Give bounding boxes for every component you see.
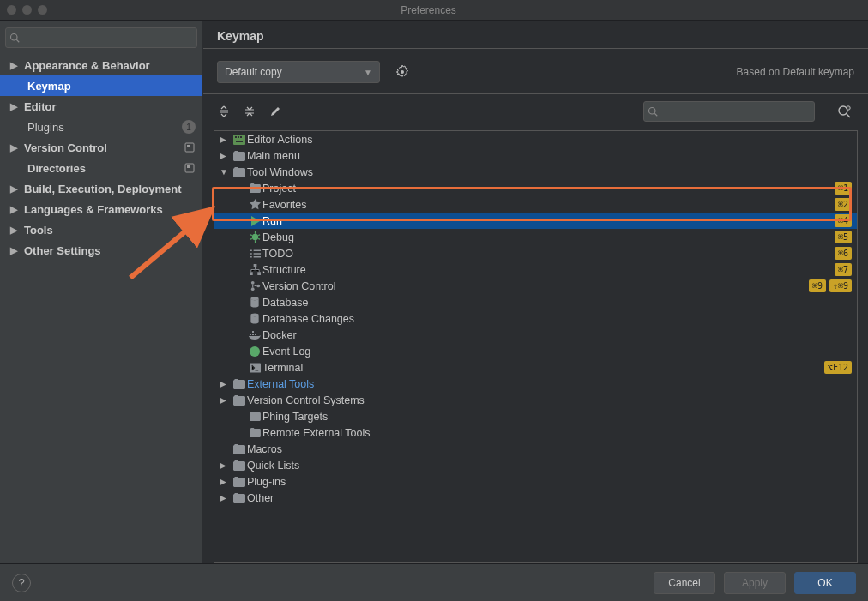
folder-icon [232,444,247,454]
help-button[interactable]: ? [12,574,31,592]
edit-shortcut-button[interactable] [268,105,282,118]
settings-sidebar: ▶Appearance & BehaviorKeymap▶EditorPlugi… [0,21,203,563]
event-icon [247,346,262,357]
svg-rect-18 [253,264,256,267]
tree-row-database[interactable]: Database [214,294,857,310]
svg-line-10 [847,114,850,117]
sidebar-item-label: Languages & Frameworks [24,203,163,216]
sidebar-item-version-control[interactable]: ▶Version Control [0,137,202,158]
svg-point-23 [256,285,260,288]
svg-point-17 [251,234,257,240]
sidebar-item-label: Appearance & Behavior [24,59,150,72]
chevron-right-icon: ▶ [220,395,232,405]
ok-button[interactable]: OK [794,572,856,594]
tree-row-todo[interactable]: TODO⌘6 [214,245,857,261]
tree-row-remote-external-tools[interactable]: Remote External Tools [214,424,857,441]
sidebar-search[interactable] [5,27,197,48]
tree-row-other[interactable]: ▶Other [214,490,857,506]
svg-rect-28 [255,334,256,335]
folder-mini-icon [247,412,262,421]
sidebar-item-directories[interactable]: Directories [0,158,202,178]
find-by-shortcut-button[interactable] [834,101,854,122]
sidebar-item-other-settings[interactable]: ▶Other Settings [0,240,202,261]
sidebar-item-label: Keymap [27,80,71,93]
svg-point-25 [250,313,258,316]
todo-icon [247,249,262,259]
tree-row-label: Other [247,492,852,504]
shortcut-badge: ⌘7 [835,263,852,276]
shortcut-badge: ⌘2 [835,198,852,211]
search-icon [648,106,658,117]
tree-row-phing-targets[interactable]: Phing Targets [214,408,857,424]
tree-row-main-menu[interactable]: ▶Main menu [214,147,857,164]
debug-icon [247,231,262,243]
dialog-footer: ? Cancel Apply OK [0,563,868,601]
scheme-actions-button[interactable] [390,61,414,83]
sidebar-item-build-execution-deployment[interactable]: ▶Build, Execution, Deployment [0,178,202,199]
keymap-toolbar: Default copy ▼ Based on Default keymap [203,49,868,94]
actions-tree[interactable]: ▶Editor Actions▶Main menu▼Tool WindowsPr… [214,130,858,563]
expand-all-button[interactable] [217,105,231,118]
tree-row-version-control-systems[interactable]: ▶Version Control Systems [214,392,857,408]
tree-row-label: TODO [262,248,831,260]
tree-row-label: Macros [247,443,852,455]
tree-row-project[interactable]: Project⌘1 [214,180,857,196]
zoom-window-icon[interactable] [38,5,47,15]
tree-search[interactable] [643,101,815,122]
folder-mini-icon [247,183,262,193]
svg-rect-19 [250,272,253,275]
tree-row-label: Main menu [247,150,852,162]
tree-row-macros[interactable]: Macros [214,441,857,457]
shortcut-badge: ⌘5 [835,231,852,243]
sidebar-item-languages-frameworks[interactable]: ▶Languages & Frameworks [0,199,202,219]
tree-row-terminal[interactable]: Terminal⌥F12 [214,359,857,376]
tree-row-label: Database Changes [262,313,852,325]
apply-button: Apply [724,572,786,594]
folder-mini-icon [247,428,262,437]
chevron-right-icon: ▶ [220,151,232,160]
titlebar: Preferences [0,0,868,21]
svg-rect-13 [235,136,237,138]
tree-search-input[interactable] [661,105,811,117]
close-window-icon[interactable] [7,5,16,15]
cancel-button[interactable]: Cancel [654,572,715,594]
tree-row-external-tools[interactable]: ▶External Tools [214,376,857,392]
tree-row-editor-actions[interactable]: ▶Editor Actions [214,131,857,147]
folder-icon [232,379,247,389]
svg-rect-14 [238,136,239,138]
tree-row-label: Project [262,183,831,195]
tree-row-docker[interactable]: Docker [214,327,857,343]
collapse-all-button[interactable] [243,105,256,118]
chevron-right-icon: ▶ [10,225,24,236]
tree-row-label: External Tools [247,378,852,390]
tree-row-run[interactable]: Run⌘4 [214,213,857,229]
tree-row-debug[interactable]: Debug⌘5 [214,229,857,245]
tree-row-tool-windows[interactable]: ▼Tool Windows [214,164,857,180]
project-scope-icon [184,141,196,153]
tree-row-version-control[interactable]: Version Control⌘9⇧⌘9 [214,278,857,294]
svg-point-6 [401,70,404,74]
tree-row-label: Database [262,297,852,309]
sidebar-search-input[interactable] [23,32,193,44]
tree-row-structure[interactable]: Structure⌘7 [214,261,857,278]
sidebar-item-editor[interactable]: ▶Editor [0,96,202,117]
sidebar-nav: ▶Appearance & BehaviorKeymap▶EditorPlugi… [0,55,202,261]
sidebar-item-tools[interactable]: ▶Tools [0,219,202,240]
tree-row-database-changes[interactable]: Database Changes [214,310,857,327]
svg-point-30 [250,346,260,357]
tree-row-favorites[interactable]: Favorites⌘2 [214,196,857,213]
project-scope-icon [184,162,196,174]
svg-point-22 [250,287,254,291]
sidebar-item-keymap[interactable]: Keymap [0,75,202,96]
tree-row-quick-lists[interactable]: ▶Quick Lists [214,457,857,473]
sidebar-item-appearance-behavior[interactable]: ▶Appearance & Behavior [0,55,202,75]
tree-row-plug-ins[interactable]: ▶Plug-ins [214,473,857,490]
find-shortcut-icon [837,105,851,118]
keymap-scheme-dropdown[interactable]: Default copy ▼ [217,61,380,83]
tree-row-label: Favorites [262,199,831,211]
tree-row-event-log[interactable]: Event Log [214,343,857,359]
minimize-window-icon[interactable] [22,5,32,15]
sidebar-item-label: Build, Execution, Deployment [24,183,181,195]
chevron-down-icon: ▼ [220,167,232,177]
sidebar-item-plugins[interactable]: Plugins1 [0,117,202,137]
